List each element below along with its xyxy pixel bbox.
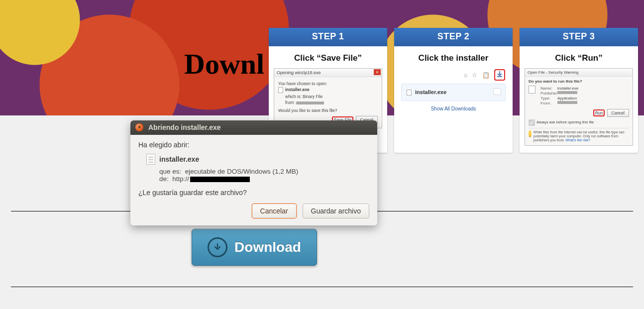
download-button[interactable]: Download xyxy=(192,229,317,266)
mini-dialog-title: Opening winzip18.exe xyxy=(274,69,382,77)
step-subtitle: Click the installer xyxy=(394,46,513,68)
save-file-mini-dialog: Opening winzip18.exe × You have chosen t… xyxy=(274,68,382,128)
publisher-label: Publisher: xyxy=(540,91,557,96)
mini-file-name: installer.exe xyxy=(285,87,310,92)
which-value: ejecutable de DOS/Windows (1,2 MB) xyxy=(185,168,298,175)
cancel-button[interactable]: Cancelar xyxy=(252,204,297,218)
page-title: Downl xyxy=(184,47,264,81)
whats-the-risk-link: What's the risk? xyxy=(565,138,590,142)
file-name: installer.exe xyxy=(415,89,446,95)
step-header: STEP 3 xyxy=(520,28,638,46)
cancel-button-mini: Cancel xyxy=(607,109,629,117)
dialog-title: Abriendo installer.exe xyxy=(148,123,221,131)
always-ask-label: Always ask before opening this file xyxy=(537,120,594,124)
save-question: Would you like to save this file? xyxy=(278,108,378,113)
redacted-url xyxy=(190,177,250,182)
always-ask-checkbox xyxy=(529,119,535,126)
step-header: STEP 1 xyxy=(269,28,387,46)
show-all-downloads-link: Show All Downloads xyxy=(399,101,508,112)
from-prefix: http:// xyxy=(172,175,189,183)
redacted-publisher xyxy=(557,91,577,94)
document-icon xyxy=(146,154,155,165)
from-label: de: xyxy=(159,175,169,183)
home-icon: ⌂ xyxy=(464,72,467,79)
file-icon xyxy=(278,87,283,93)
step-subtitle: Click “Save File” xyxy=(269,46,387,68)
security-dialog-title: Open File - Security Warning xyxy=(525,69,633,77)
security-warning-dialog: Open File - Security Warning Do you want… xyxy=(525,68,633,146)
lead-text: Ha elegido abrir: xyxy=(138,141,369,149)
which-label: which is: xyxy=(285,94,302,99)
redacted-from xyxy=(557,101,577,104)
close-dialog-button[interactable]: × xyxy=(135,123,143,131)
type-label: Type: xyxy=(540,96,557,101)
save-question: ¿Le gustaría guardar este archivo? xyxy=(138,189,369,197)
star-icon: ☆ xyxy=(472,72,477,79)
which-label: que es: xyxy=(159,168,181,175)
save-file-dialog: × Abriendo installer.exe Ha elegido abri… xyxy=(130,120,377,225)
step-subtitle: Click “Run” xyxy=(520,46,638,68)
name-value: installer.exe xyxy=(557,86,578,91)
clipboard-icon: 📋 xyxy=(482,72,490,79)
which-value: Binary File xyxy=(303,94,322,99)
downloaded-file-row: installer.exe xyxy=(401,84,506,101)
download-arrow-icon xyxy=(208,237,227,257)
close-icon: × xyxy=(374,69,381,75)
file-icon xyxy=(529,86,536,94)
browser-toolbar: ⌂ ☆ 📋 xyxy=(399,68,508,84)
divider-line xyxy=(11,287,633,287)
save-file-button[interactable]: Guardar archivo xyxy=(303,204,369,218)
eject-icon xyxy=(493,88,501,95)
type-value: Application xyxy=(557,96,577,101)
redacted-url xyxy=(296,102,324,104)
security-question: Do you want to run this file? xyxy=(529,79,629,84)
run-button-highlight: Run xyxy=(593,109,605,116)
downloads-button-highlight xyxy=(494,69,505,81)
step-header: STEP 2 xyxy=(394,28,513,46)
step-card-3: STEP 3 Click “Run” Open File - Security … xyxy=(520,28,638,153)
file-name: installer.exe xyxy=(159,155,199,163)
from-label: from: xyxy=(285,100,295,105)
dialog-titlebar: × Abriendo installer.exe xyxy=(130,120,377,135)
chosen-text: You have chosen to open: xyxy=(278,81,378,86)
name-label: Name: xyxy=(540,86,557,91)
from-label: From: xyxy=(540,101,557,105)
step-card-2: STEP 2 Click the installer ⌂ ☆ 📋 install… xyxy=(394,28,513,153)
download-button-label: Download xyxy=(234,239,301,255)
file-icon xyxy=(407,90,412,96)
shield-icon xyxy=(529,130,532,137)
